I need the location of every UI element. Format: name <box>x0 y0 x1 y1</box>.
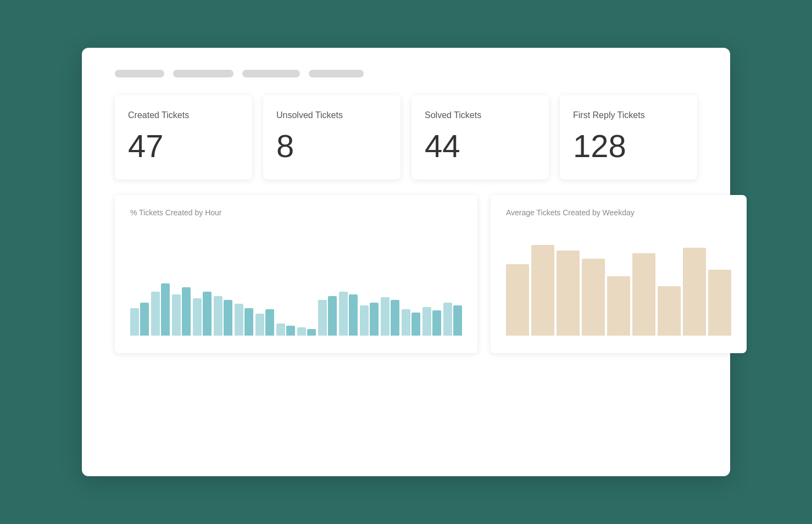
weekday-bar-5-0 <box>632 253 655 336</box>
bar-group-14 <box>422 307 441 336</box>
bar-group-12 <box>381 297 399 336</box>
hourly-chart-title: % Tickets Created by Hour <box>130 208 462 217</box>
main-card: Created Tickets 47 Unsolved Tickets 8 So… <box>82 48 730 476</box>
stat-cards-row: Created Tickets 47 Unsolved Tickets 8 So… <box>115 95 697 180</box>
stat-card-solved: Solved Tickets 44 <box>411 95 549 180</box>
weekday-bar-2-0 <box>557 250 580 336</box>
hourly-bar-2-0 <box>172 294 181 336</box>
weekday-bar-4-0 <box>607 276 630 336</box>
hourly-bar-5-1 <box>244 308 253 336</box>
hourly-bar-6-0 <box>255 314 264 336</box>
created-tickets-label: Created Tickets <box>128 110 189 120</box>
bar-group-15 <box>443 303 462 336</box>
hourly-bar-7-0 <box>276 324 285 336</box>
hourly-bar-8-1 <box>307 329 316 336</box>
tab-2[interactable] <box>173 70 233 77</box>
hourly-chart-card: % Tickets Created by Hour <box>115 195 477 353</box>
hourly-bar-1-0 <box>151 292 160 336</box>
bar-group-0 <box>130 303 149 336</box>
tab-bar <box>115 70 697 77</box>
bar-group-4 <box>214 296 232 336</box>
bar-group-7 <box>276 324 295 336</box>
first-reply-tickets-value: 128 <box>573 130 626 162</box>
first-reply-tickets-label: First Reply Tickets <box>573 110 645 120</box>
solved-tickets-label: Solved Tickets <box>425 110 481 120</box>
hourly-bar-14-1 <box>432 310 441 336</box>
hourly-bar-7-1 <box>286 326 295 336</box>
weekday-chart-title: Average Tickets Created by Weekday <box>506 208 731 217</box>
hourly-bar-0-1 <box>140 303 149 336</box>
hourly-bar-11-0 <box>360 305 369 336</box>
hourly-bar-10-1 <box>349 294 358 336</box>
hourly-bar-2-1 <box>182 287 191 336</box>
weekday-bar-group-0 <box>506 264 529 336</box>
hourly-bar-chart <box>130 228 462 338</box>
hourly-bar-5-0 <box>235 304 243 336</box>
hourly-bar-8-0 <box>297 327 306 336</box>
bar-group-8 <box>297 327 316 336</box>
hourly-bar-3-1 <box>203 292 212 336</box>
hourly-bar-0-0 <box>130 308 139 336</box>
unsolved-tickets-value: 8 <box>276 130 294 162</box>
hourly-bar-9-0 <box>318 300 327 336</box>
hourly-bar-3-0 <box>193 298 202 336</box>
hourly-bar-15-0 <box>443 303 452 336</box>
bar-group-9 <box>318 296 337 336</box>
weekday-bar-0-0 <box>506 264 529 336</box>
weekday-bar-1-0 <box>531 245 554 336</box>
hourly-bar-13-0 <box>402 309 410 336</box>
weekday-bar-group-6 <box>658 286 681 336</box>
bar-group-10 <box>339 292 358 336</box>
tab-1[interactable] <box>115 70 164 77</box>
weekday-bar-group-4 <box>607 276 630 336</box>
hourly-bar-15-1 <box>453 305 462 336</box>
hourly-bar-1-1 <box>161 283 170 336</box>
weekday-bar-8-0 <box>708 270 731 336</box>
hourly-bar-12-1 <box>391 300 399 336</box>
tab-4[interactable] <box>309 70 364 77</box>
bar-group-11 <box>360 303 379 336</box>
bar-group-5 <box>235 304 253 336</box>
stat-card-first-reply: First Reply Tickets 128 <box>560 95 697 180</box>
weekday-bar-group-3 <box>582 259 605 336</box>
charts-row: % Tickets Created by Hour Average Ticket… <box>115 195 697 353</box>
weekday-bar-group-2 <box>557 250 580 336</box>
unsolved-tickets-label: Unsolved Tickets <box>276 110 343 120</box>
hourly-bar-11-1 <box>370 303 379 336</box>
created-tickets-value: 47 <box>128 130 164 162</box>
hourly-bar-12-0 <box>381 297 390 336</box>
solved-tickets-value: 44 <box>425 130 460 162</box>
bar-group-13 <box>402 309 420 336</box>
bar-group-6 <box>255 309 274 336</box>
bar-group-2 <box>172 287 191 336</box>
weekday-bar-chart <box>506 228 731 338</box>
hourly-bar-4-0 <box>214 296 223 336</box>
hourly-bar-6-1 <box>265 309 274 336</box>
hourly-bar-9-1 <box>328 296 337 336</box>
stat-card-created: Created Tickets 47 <box>115 95 252 180</box>
weekday-bar-group-8 <box>708 270 731 336</box>
weekday-bar-6-0 <box>658 286 681 336</box>
hourly-bar-14-0 <box>422 307 431 336</box>
hourly-bar-13-1 <box>411 313 420 336</box>
weekday-bar-7-0 <box>683 248 706 336</box>
weekday-bar-3-0 <box>582 259 605 336</box>
weekday-chart-card: Average Tickets Created by Weekday <box>491 195 747 353</box>
weekday-bar-group-7 <box>683 248 706 336</box>
bar-group-1 <box>151 283 170 336</box>
bar-group-3 <box>193 292 212 336</box>
weekday-bar-group-1 <box>531 245 554 336</box>
tab-3[interactable] <box>242 70 300 77</box>
weekday-bar-group-5 <box>632 253 655 336</box>
stat-card-unsolved: Unsolved Tickets 8 <box>263 95 401 180</box>
hourly-bar-4-1 <box>224 300 232 336</box>
hourly-bar-10-0 <box>339 292 348 336</box>
